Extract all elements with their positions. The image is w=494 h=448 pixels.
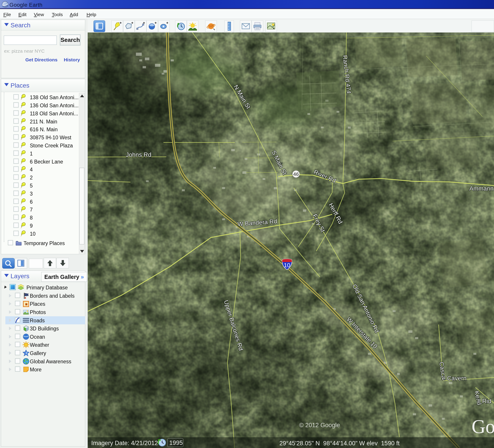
svg-text:Goo: Goo <box>471 416 494 437</box>
svg-text:Ammann R: Ammann R <box>469 185 494 192</box>
svg-text:Johns Rd: Johns Rd <box>126 152 151 158</box>
svg-text:46: 46 <box>293 171 299 177</box>
svg-text:ll Rid: ll Rid <box>478 398 491 404</box>
svg-text:10: 10 <box>284 262 290 269</box>
svg-text:29°45'28.05" N 98°44'14.00" W: 29°45'28.05" N 98°44'14.00" W elev 1590 … <box>279 440 400 447</box>
svg-text:1995: 1995 <box>169 439 183 446</box>
svg-text:e Cavern: e Cavern <box>442 375 467 382</box>
svg-text:Imagery Date: 4/21/2012: Imagery Date: 4/21/2012 <box>91 440 158 447</box>
svg-text:© 2012 Google: © 2012 Google <box>299 422 340 428</box>
